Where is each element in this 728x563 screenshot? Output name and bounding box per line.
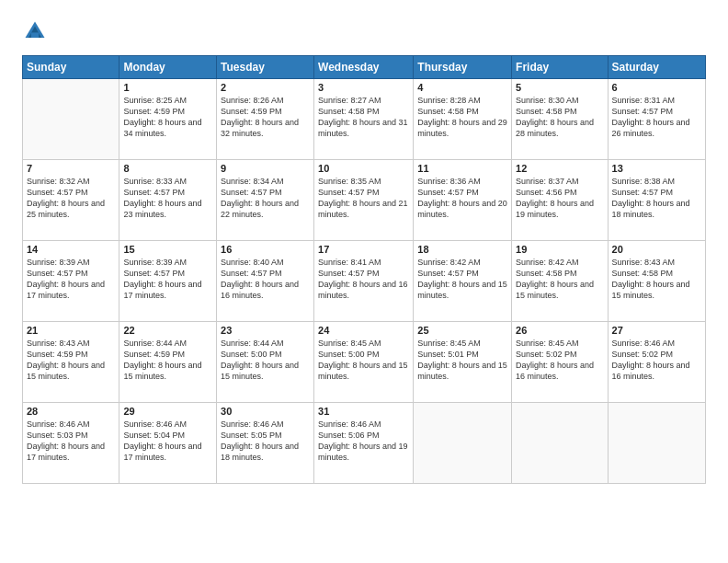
day-number: 14 [27, 244, 115, 255]
day-info: Sunrise: 8:45 AMSunset: 5:00 PMDaylight:… [318, 338, 409, 383]
day-number: 29 [123, 406, 212, 417]
calendar-cell: 13Sunrise: 8:38 AMSunset: 4:57 PMDayligh… [608, 160, 705, 241]
day-number: 4 [417, 82, 507, 93]
calendar-cell: 18Sunrise: 8:42 AMSunset: 4:57 PMDayligh… [414, 241, 512, 322]
weekday-header-monday: Monday [119, 56, 217, 79]
weekday-header-wednesday: Wednesday [314, 56, 414, 79]
page: SundayMondayTuesdayWednesdayThursdayFrid… [0, 0, 728, 563]
day-info: Sunrise: 8:38 AMSunset: 4:57 PMDaylight:… [612, 176, 701, 221]
calendar-cell: 5Sunrise: 8:30 AMSunset: 4:58 PMDaylight… [512, 79, 608, 160]
calendar-cell: 20Sunrise: 8:43 AMSunset: 4:58 PMDayligh… [608, 241, 705, 322]
calendar-cell: 12Sunrise: 8:37 AMSunset: 4:56 PMDayligh… [512, 160, 608, 241]
day-number: 13 [612, 163, 701, 174]
day-info: Sunrise: 8:34 AMSunset: 4:57 PMDaylight:… [221, 176, 310, 221]
calendar-cell: 15Sunrise: 8:39 AMSunset: 4:57 PMDayligh… [119, 241, 217, 322]
day-number: 31 [318, 406, 409, 417]
day-info: Sunrise: 8:42 AMSunset: 4:57 PMDaylight:… [417, 257, 507, 302]
day-number: 23 [221, 325, 310, 336]
calendar-cell: 27Sunrise: 8:46 AMSunset: 5:02 PMDayligh… [608, 322, 705, 403]
day-info: Sunrise: 8:42 AMSunset: 4:58 PMDaylight:… [516, 257, 603, 302]
day-info: Sunrise: 8:31 AMSunset: 4:57 PMDaylight:… [612, 95, 701, 140]
day-info: Sunrise: 8:30 AMSunset: 4:58 PMDaylight:… [516, 95, 603, 140]
day-info: Sunrise: 8:46 AMSunset: 5:03 PMDaylight:… [27, 419, 115, 464]
day-info: Sunrise: 8:44 AMSunset: 5:00 PMDaylight:… [221, 338, 310, 383]
calendar-cell: 29Sunrise: 8:46 AMSunset: 5:04 PMDayligh… [119, 403, 217, 484]
calendar-cell: 19Sunrise: 8:42 AMSunset: 4:58 PMDayligh… [512, 241, 608, 322]
calendar-cell [23, 79, 119, 160]
day-number: 9 [221, 163, 310, 174]
day-info: Sunrise: 8:26 AMSunset: 4:59 PMDaylight:… [221, 95, 310, 140]
day-info: Sunrise: 8:35 AMSunset: 4:57 PMDaylight:… [318, 176, 409, 221]
day-number: 8 [123, 163, 212, 174]
day-number: 30 [221, 406, 310, 417]
calendar-table: SundayMondayTuesdayWednesdayThursdayFrid… [22, 55, 706, 484]
calendar-cell: 8Sunrise: 8:33 AMSunset: 4:57 PMDaylight… [119, 160, 217, 241]
calendar-cell [608, 403, 705, 484]
day-number: 16 [221, 244, 310, 255]
day-number: 18 [417, 244, 507, 255]
day-number: 26 [516, 325, 603, 336]
calendar-cell: 11Sunrise: 8:36 AMSunset: 4:57 PMDayligh… [414, 160, 512, 241]
day-info: Sunrise: 8:32 AMSunset: 4:57 PMDaylight:… [27, 176, 115, 221]
day-number: 20 [612, 244, 701, 255]
svg-rect-2 [31, 32, 39, 38]
calendar-cell: 30Sunrise: 8:46 AMSunset: 5:05 PMDayligh… [217, 403, 314, 484]
weekday-header-row: SundayMondayTuesdayWednesdayThursdayFrid… [23, 56, 706, 79]
day-number: 6 [612, 82, 701, 93]
day-number: 12 [516, 163, 603, 174]
day-number: 2 [221, 82, 310, 93]
calendar-cell: 28Sunrise: 8:46 AMSunset: 5:03 PMDayligh… [23, 403, 119, 484]
calendar-cell: 16Sunrise: 8:40 AMSunset: 4:57 PMDayligh… [217, 241, 314, 322]
calendar-cell: 9Sunrise: 8:34 AMSunset: 4:57 PMDaylight… [217, 160, 314, 241]
day-info: Sunrise: 8:36 AMSunset: 4:57 PMDaylight:… [417, 176, 507, 221]
day-info: Sunrise: 8:46 AMSunset: 5:04 PMDaylight:… [123, 419, 212, 464]
weekday-header-saturday: Saturday [608, 56, 705, 79]
calendar-cell: 26Sunrise: 8:45 AMSunset: 5:02 PMDayligh… [512, 322, 608, 403]
day-number: 5 [516, 82, 603, 93]
day-number: 15 [123, 244, 212, 255]
day-number: 7 [27, 163, 115, 174]
calendar-cell: 24Sunrise: 8:45 AMSunset: 5:00 PMDayligh… [314, 322, 414, 403]
calendar-cell: 1Sunrise: 8:25 AMSunset: 4:59 PMDaylight… [119, 79, 217, 160]
day-info: Sunrise: 8:41 AMSunset: 4:57 PMDaylight:… [318, 257, 409, 302]
day-number: 24 [318, 325, 409, 336]
day-info: Sunrise: 8:43 AMSunset: 4:59 PMDaylight:… [27, 338, 115, 383]
day-info: Sunrise: 8:40 AMSunset: 4:57 PMDaylight:… [221, 257, 310, 302]
calendar-cell: 22Sunrise: 8:44 AMSunset: 4:59 PMDayligh… [119, 322, 217, 403]
day-info: Sunrise: 8:33 AMSunset: 4:57 PMDaylight:… [123, 176, 212, 221]
day-info: Sunrise: 8:45 AMSunset: 5:01 PMDaylight:… [417, 338, 507, 383]
weekday-header-thursday: Thursday [414, 56, 512, 79]
weekday-header-tuesday: Tuesday [217, 56, 314, 79]
logo-icon [22, 18, 48, 44]
day-number: 3 [318, 82, 409, 93]
calendar-cell: 4Sunrise: 8:28 AMSunset: 4:58 PMDaylight… [414, 79, 512, 160]
week-row-2: 7Sunrise: 8:32 AMSunset: 4:57 PMDaylight… [23, 160, 706, 241]
day-number: 25 [417, 325, 507, 336]
calendar-cell: 23Sunrise: 8:44 AMSunset: 5:00 PMDayligh… [217, 322, 314, 403]
week-row-4: 21Sunrise: 8:43 AMSunset: 4:59 PMDayligh… [23, 322, 706, 403]
calendar-cell: 31Sunrise: 8:46 AMSunset: 5:06 PMDayligh… [314, 403, 414, 484]
day-info: Sunrise: 8:27 AMSunset: 4:58 PMDaylight:… [318, 95, 409, 140]
calendar-cell [414, 403, 512, 484]
day-info: Sunrise: 8:37 AMSunset: 4:56 PMDaylight:… [516, 176, 603, 221]
calendar-cell: 7Sunrise: 8:32 AMSunset: 4:57 PMDaylight… [23, 160, 119, 241]
logo [22, 18, 51, 44]
calendar-cell: 10Sunrise: 8:35 AMSunset: 4:57 PMDayligh… [314, 160, 414, 241]
day-number: 10 [318, 163, 409, 174]
day-info: Sunrise: 8:39 AMSunset: 4:57 PMDaylight:… [123, 257, 212, 302]
week-row-3: 14Sunrise: 8:39 AMSunset: 4:57 PMDayligh… [23, 241, 706, 322]
day-info: Sunrise: 8:46 AMSunset: 5:02 PMDaylight:… [612, 338, 701, 383]
calendar-cell: 25Sunrise: 8:45 AMSunset: 5:01 PMDayligh… [414, 322, 512, 403]
weekday-header-friday: Friday [512, 56, 608, 79]
weekday-header-sunday: Sunday [23, 56, 119, 79]
day-info: Sunrise: 8:43 AMSunset: 4:58 PMDaylight:… [612, 257, 701, 302]
header [22, 18, 706, 44]
day-info: Sunrise: 8:28 AMSunset: 4:58 PMDaylight:… [417, 95, 507, 140]
day-number: 11 [417, 163, 507, 174]
day-number: 22 [123, 325, 212, 336]
calendar-cell: 6Sunrise: 8:31 AMSunset: 4:57 PMDaylight… [608, 79, 705, 160]
calendar-cell: 14Sunrise: 8:39 AMSunset: 4:57 PMDayligh… [23, 241, 119, 322]
day-info: Sunrise: 8:46 AMSunset: 5:05 PMDaylight:… [221, 419, 310, 464]
calendar-cell: 17Sunrise: 8:41 AMSunset: 4:57 PMDayligh… [314, 241, 414, 322]
day-number: 28 [27, 406, 115, 417]
